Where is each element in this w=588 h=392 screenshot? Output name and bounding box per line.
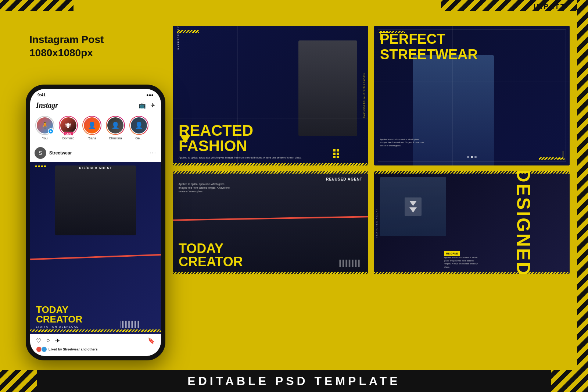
story-item-christina[interactable]: 👤 Christina xyxy=(105,116,126,140)
card-bottom-title-3: TODAY CREATOR xyxy=(179,242,362,268)
card-designed-title: DESIGNED xyxy=(512,171,534,274)
card-bottom-stripe-3 xyxy=(173,272,368,274)
phone-outer: 9:41 ●●● Instagr 📺 ✈ 🧍 + Y xyxy=(26,85,165,360)
live-badge: LIVE xyxy=(64,132,73,136)
post-avatar: S xyxy=(35,147,46,159)
card-desc-3: Applied to optical apparatus which gives… xyxy=(179,182,230,193)
card-hypesociety-1: HYPESOCIETY xyxy=(177,26,179,50)
card-title-2: PERFECT STREETWEAR xyxy=(380,32,488,63)
ig-header: Instagr 📺 ✈ xyxy=(30,99,161,112)
story-name-christina: Christina xyxy=(109,136,122,140)
story-item-you[interactable]: 🧍 + You xyxy=(35,116,55,140)
ig-post-label: Instagram Post 1080x1080px xyxy=(29,33,104,60)
story-ring-you: 🧍 + xyxy=(35,116,54,135)
post-title-today: TODAY xyxy=(36,305,155,314)
card-title-1: REACTED FASHION Applied to optical appar… xyxy=(179,123,362,160)
story-name-dominic: Dominic xyxy=(62,136,75,140)
send-icon[interactable]: ✈ xyxy=(150,102,155,109)
phone-status-bar: 9:41 ●●● xyxy=(30,89,161,99)
stripe-top-left xyxy=(0,0,74,11)
card4-inner-photo xyxy=(380,177,446,236)
post-username: Streetwear xyxy=(49,150,72,156)
story-ring-riana: 👤 xyxy=(82,116,101,135)
card-perfect-streetwear: PERFECT STREETWEAR Applied to optical ap… xyxy=(374,26,570,165)
bottom-stripe-left xyxy=(0,370,37,392)
ig-header-icons: 📺 ✈ xyxy=(139,102,155,109)
card-stripe-br-2 xyxy=(539,157,564,160)
tv-icon[interactable]: 📺 xyxy=(139,102,146,109)
card-reacted-fashion: HYPESOCIETY REDLINE 0012 LIMITATION OVER… xyxy=(173,26,368,165)
post-user: S Streetwear xyxy=(35,147,72,159)
card-desc-2: Applied to optical apparatus which gives… xyxy=(380,138,424,147)
post-img-content: TODAY CREATOR LIMITATION OVERLOAD xyxy=(30,162,161,334)
card-bottom-stripe-4 xyxy=(374,272,570,274)
post-subtitle-today: CREATOR xyxy=(36,314,155,324)
bottom-bar-label: EDITABLE PSD TEMPLATE xyxy=(187,374,400,388)
phone-inner: 9:41 ●●● Instagr 📺 ✈ 🧍 + Y xyxy=(30,89,161,356)
card4-yellow-tag: RE:GPNE xyxy=(444,251,460,256)
cards-grid: HYPESOCIETY REDLINE 0012 LIMITATION OVER… xyxy=(173,26,570,274)
card-reused-agent: RE//USED AGENT Applied to optical appara… xyxy=(173,171,368,274)
card-agent-label-3: RE//USED AGENT xyxy=(326,177,362,181)
card-bottom-stripe-1 xyxy=(173,163,368,165)
brand-logo: IMPATT xyxy=(534,3,566,11)
card4-desc: Applied to optical apparatus which gives… xyxy=(444,256,481,268)
liked-section: Liked by Streetwear and others xyxy=(36,346,155,352)
phone-mockup: 9:41 ●●● Instagr 📺 ✈ 🧍 + Y xyxy=(26,85,165,360)
avatar-get: 👤 xyxy=(131,117,147,133)
share-icon[interactable]: ✈ xyxy=(55,337,60,344)
card-vert-right: REDLINE 0012 LIMITATION OVERLOAD xyxy=(363,26,365,165)
action-icons: ♡ ○ ✈ xyxy=(36,337,60,344)
time: 9:41 xyxy=(37,93,46,97)
post-more-button[interactable]: ··· xyxy=(150,150,157,156)
card4-arrows xyxy=(405,197,422,216)
story-item-dominic[interactable]: 🕷 LIVE Dominic xyxy=(58,116,79,140)
liker-avatar-2 xyxy=(41,346,47,352)
card-top-stripe-3 xyxy=(173,171,368,174)
plus-badge: + xyxy=(48,128,54,134)
story-item-riana[interactable]: 👤 Riana xyxy=(82,116,102,140)
ig-logo-text: Instagr xyxy=(36,101,58,110)
story-ring-get: 👤 xyxy=(129,116,148,135)
post-image: RE//USED AGENT TODAY CREATOR LIMITATION … xyxy=(30,162,161,334)
liked-text: Liked by Streetwear and others xyxy=(49,348,98,351)
battery-icons: ●●● xyxy=(146,93,154,97)
comment-icon[interactable]: ○ xyxy=(46,337,50,344)
bookmark-icon[interactable]: 🔖 xyxy=(148,337,155,344)
bottom-stripe-right xyxy=(551,370,588,392)
story-ring-christina: 👤 xyxy=(106,116,125,135)
phone-bottom: ♡ ○ ✈ 🔖 Liked by Streetwear and others xyxy=(30,334,161,356)
stripe-top-right xyxy=(441,0,588,11)
card-stripe-tl-1 xyxy=(177,30,199,33)
feed-post-header: S Streetwear ··· xyxy=(30,144,161,162)
stories-row: 🧍 + You 🕷 LIVE Dominic 👤 xyxy=(30,112,161,144)
card-designed: DESIGNED FEATURED AGENT RE:GPNE Applied … xyxy=(374,171,570,274)
bottom-bar: EDITABLE PSD TEMPLATE xyxy=(0,370,588,392)
avatar-christina: 👤 xyxy=(107,117,123,133)
card-top-stripe-4 xyxy=(374,171,570,174)
card-bottom-dots-2 xyxy=(467,156,477,158)
avatar-riana: 👤 xyxy=(84,117,100,133)
post-limitation: LIMITATION OVERLOAD xyxy=(36,325,155,328)
story-name-you: You xyxy=(42,136,47,140)
story-item-get[interactable]: 👤 Ge... xyxy=(129,116,149,140)
story-ring-dominic: 🕷 LIVE xyxy=(59,116,78,135)
story-name-riana: Riana xyxy=(87,136,96,140)
heart-icon[interactable]: ♡ xyxy=(36,337,41,344)
phone-actions: ♡ ○ ✈ 🔖 xyxy=(36,337,155,344)
story-name-get: Ge... xyxy=(135,136,143,140)
stripe-right xyxy=(577,0,588,392)
avatar-dominic: 🕷 xyxy=(60,117,76,133)
